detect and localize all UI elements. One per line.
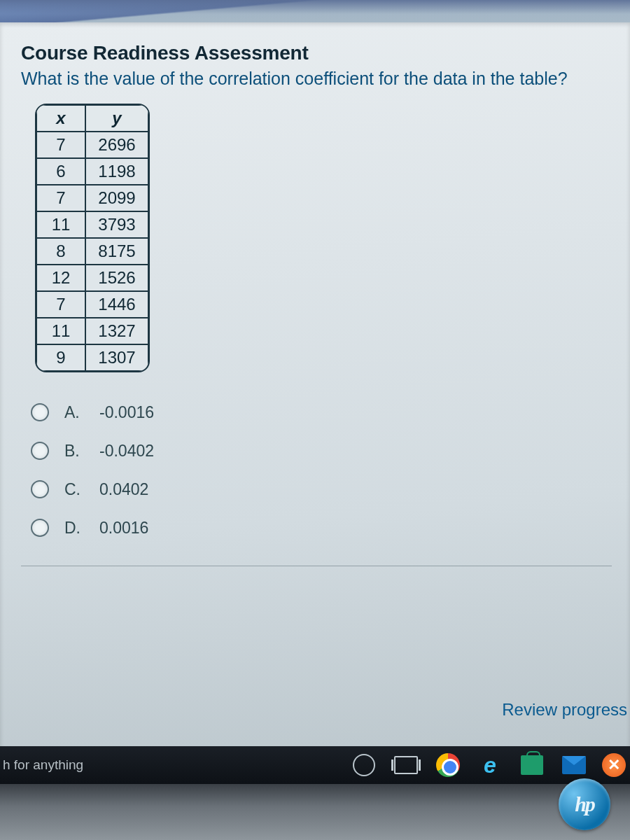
option-letter: D. (64, 519, 84, 538)
divider (21, 566, 612, 566)
laptop-bezel: hp (0, 784, 630, 840)
question-text: What is the value of the correlation coe… (21, 67, 612, 91)
radio-icon[interactable] (31, 403, 49, 421)
option-letter: B. (64, 442, 84, 461)
col-header-x: x (36, 105, 85, 132)
table-row: 71446 (36, 291, 148, 318)
table-row: 111327 (36, 318, 148, 344)
option-letter: C. (64, 480, 84, 499)
hp-logo: hp (559, 778, 610, 830)
table-row: 88175 (36, 238, 148, 265)
option-value: 0.0402 (99, 480, 148, 499)
radio-icon[interactable] (31, 442, 49, 460)
table-row: 72696 (36, 132, 148, 158)
option-b[interactable]: B. -0.0402 (31, 432, 612, 470)
cortana-icon[interactable] (350, 751, 378, 779)
edge-icon[interactable]: e (476, 751, 504, 779)
review-progress-link[interactable]: Review progress (502, 700, 627, 720)
table-row: 121526 (36, 265, 148, 291)
radio-icon[interactable] (31, 480, 49, 498)
xy-data-table: x y 72696 61198 72099 113793 88175 12152… (35, 104, 150, 372)
chrome-icon[interactable] (434, 751, 462, 779)
windows-taskbar[interactable]: h for anything e ✕ (0, 746, 630, 784)
table-row: 61198 (36, 158, 148, 185)
page-title: Course Readiness Assessment (21, 42, 612, 64)
option-c[interactable]: C. 0.0402 (31, 470, 612, 509)
option-value: 0.0016 (99, 519, 148, 538)
option-letter: A. (64, 403, 84, 422)
task-view-icon[interactable] (392, 751, 420, 779)
option-value: -0.0016 (99, 403, 154, 422)
ms-store-icon[interactable] (518, 751, 546, 779)
col-header-y: y (85, 105, 148, 132)
radio-icon[interactable] (31, 519, 49, 537)
answer-options: A. -0.0016 B. -0.0402 C. 0.0402 D. 0.001… (31, 393, 612, 547)
option-value: -0.0402 (99, 442, 154, 461)
close-app-icon[interactable]: ✕ (602, 753, 626, 777)
mail-icon[interactable] (560, 751, 588, 779)
table-row: 113793 (36, 211, 148, 238)
table-row: 91307 (36, 344, 148, 371)
option-a[interactable]: A. -0.0016 (31, 393, 612, 432)
table-row: 72099 (36, 185, 148, 211)
cortana-search-input[interactable]: h for anything (3, 757, 83, 773)
option-d[interactable]: D. 0.0016 (31, 509, 612, 547)
